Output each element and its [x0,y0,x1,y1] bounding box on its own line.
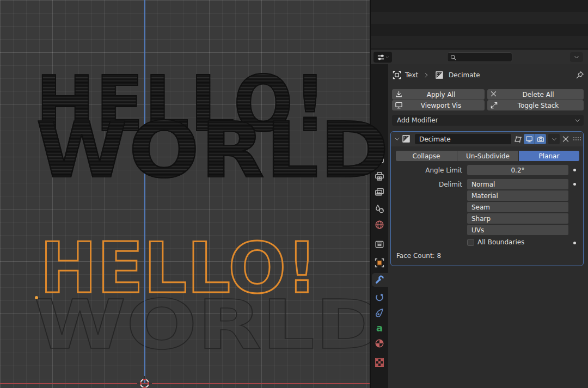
properties-content: Text Decimate [388,64,588,388]
apply-all-button[interactable]: Apply All [392,89,485,100]
collection-tab-icon[interactable] [375,239,384,249]
all-boundaries-label: All Boundaries [477,238,524,246]
scene-tab-icon[interactable] [375,204,384,214]
delimit-sharp-toggle[interactable]: Sharp [467,213,568,224]
modifiers-tab-icon[interactable] [375,275,384,285]
particles-tab-icon[interactable] [375,307,384,317]
angle-limit-field[interactable]: 0.2° [467,165,568,175]
animate-dot[interactable] [573,169,576,171]
expand-arrows-icon [490,101,498,109]
delete-all-button[interactable]: Delete All [487,89,584,100]
right-column: a Text [371,0,588,388]
all-boundaries-checkbox[interactable] [467,239,474,246]
render-display-toggle[interactable] [535,134,546,144]
3d-viewport[interactable]: HELLO! WORLD HELLO! WORLD [0,0,370,388]
delimit-uvs-toggle[interactable]: UVs [467,225,568,235]
object-origin-dot [35,296,38,299]
remove-modifier-button[interactable] [562,134,569,144]
world-tab-icon[interactable] [375,220,384,230]
search-input[interactable] [457,53,508,61]
toggle-stack-button[interactable]: Toggle Stack [487,100,584,110]
add-modifier-dropdown[interactable]: Add Modifier [392,115,584,126]
object-tab-icon[interactable] [375,258,384,268]
decimate-modifier-icon [435,71,444,79]
delimit-label: Delimit [391,181,462,188]
panel-expand-chevron-icon[interactable] [394,136,400,142]
outliner-panel[interactable] [371,0,588,50]
face-count-text: Face Count: 8 [396,252,441,260]
delimit-seam-toggle[interactable]: Seam [467,202,568,212]
modifier-name-field[interactable]: Decimate [415,134,511,144]
object-data-text-tab-icon[interactable]: a [375,323,384,333]
object-data-icon [393,71,401,79]
chevron-down-icon [385,56,389,59]
search-icon [450,54,457,61]
delimit-normal-toggle[interactable]: Normal [467,179,568,189]
monitor-icon [525,136,533,143]
chevron-down-icon [574,54,579,60]
text-object-selected-wire-line1[interactable]: HELLO! [40,233,317,303]
apply-download-icon [395,90,403,98]
animate-dot[interactable] [573,183,576,186]
properties-editor-icon [377,53,385,61]
close-icon [490,90,497,97]
edit-mode-display-toggle[interactable] [513,134,523,144]
3d-cursor [137,376,152,388]
breadcrumb-modifier[interactable]: Decimate [449,71,480,79]
physics-tab-icon[interactable] [375,292,384,302]
viewport-vis-button[interactable]: Viewport Vis [392,100,485,110]
search-box[interactable] [447,52,512,62]
tab-planar[interactable]: Planar [519,151,579,161]
chevron-down-icon [574,118,580,124]
modifier-extras-dropdown[interactable] [548,134,560,144]
angle-limit-label: Angle Limit [391,167,462,174]
drag-handle-icon[interactable] [573,137,581,141]
editor-type-button[interactable] [373,52,392,63]
animate-dot[interactable] [573,242,576,244]
delimit-material-toggle[interactable]: Material [467,190,568,201]
svg-text:a: a [376,323,383,333]
camera-icon [537,136,544,143]
realtime-display-toggle[interactable] [524,134,535,144]
decimate-modifier-panel: Decimate [390,131,584,266]
header-options-button[interactable] [570,52,583,62]
blender-window: HELLO! WORLD HELLO! WORLD [0,0,588,388]
chevron-right-icon [423,72,430,78]
x-axis-line [0,383,370,384]
decimate-modifier-icon [402,134,411,143]
tab-un-subdivide[interactable]: Un-Subdivide [457,151,518,161]
breadcrumb-object[interactable]: Text [405,71,418,79]
texture-tab-icon[interactable] [375,358,384,367]
text-object-solid-line2[interactable]: WORLD [36,113,390,189]
properties-header [371,50,588,65]
breadcrumb: Text Decimate [388,70,588,81]
pin-icon[interactable] [575,71,584,79]
material-tab-icon[interactable] [375,338,384,348]
tab-collapse[interactable]: Collapse [396,151,457,161]
modifier-panel-header: Decimate [391,132,583,146]
monitor-icon [395,101,403,109]
chevron-down-icon [552,137,557,142]
